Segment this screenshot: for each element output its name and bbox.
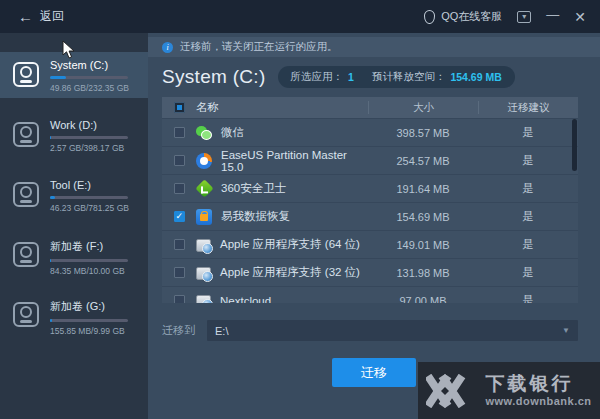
sidebar-drive-item[interactable]: System (C:) 49.86 GB/232.35 GB	[0, 52, 148, 98]
page-title: System (C:)	[162, 66, 266, 88]
selected-apps-label: 所选应用：	[291, 70, 344, 84]
drive-sidebar: System (C:) 49.86 GB/232.35 GB Work (D:)…	[0, 33, 148, 419]
app-icon	[196, 153, 212, 169]
drive-icon	[13, 62, 39, 87]
row-checkbox[interactable]	[174, 211, 185, 222]
drive-usage-bar	[50, 136, 128, 139]
drive-icon	[13, 242, 39, 267]
qq-penguin-icon	[424, 10, 435, 24]
app-window: ← 返回 QQ在线客服 ▾ — ✕ System (C:) 49.86 GB/2…	[0, 0, 600, 419]
qq-support-label: QQ在线客服	[441, 9, 502, 24]
app-icon	[196, 267, 211, 280]
migration-suggestion: 是	[478, 265, 578, 280]
notice-text: 迁移前，请关闭正在运行的应用。	[180, 40, 338, 54]
free-space-label: 预计释放空间：	[372, 70, 446, 84]
target-drive-value: E:\	[215, 325, 228, 337]
app-name: Apple 应用程序支持 (32 位)	[220, 265, 360, 280]
notice-bar: i 迁移前，请关闭正在运行的应用。	[148, 37, 600, 57]
back-label: 返回	[40, 8, 64, 25]
migration-suggestion: 是	[478, 237, 578, 252]
drive-usage-text: 155.85 MB/9.99 GB	[50, 326, 140, 336]
table-row[interactable]: EaseUS Partition Master 15.0 254.57 MB 是	[162, 146, 578, 174]
sidebar-drive-item[interactable]: Work (D:) 2.57 GB/398.17 GB	[0, 112, 148, 158]
sidebar-drive-item[interactable]: 新加卷 (F:) 84.35 MB/10.00 GB	[0, 232, 148, 278]
watermark: 下载银行 www.downbank.cn	[418, 362, 600, 419]
downbank-logo-icon	[426, 374, 476, 408]
app-name: Apple 应用程序支持 (64 位)	[220, 237, 360, 252]
app-icon	[196, 209, 212, 225]
drive-usage-text: 49.86 GB/232.35 GB	[50, 83, 140, 93]
free-space-value: 154.69 MB	[450, 71, 501, 83]
drive-name: Work (D:)	[50, 119, 140, 131]
selection-summary-badge: 所选应用： 1 预计释放空间： 154.69 MB	[278, 66, 515, 88]
row-checkbox[interactable]	[174, 267, 185, 278]
select-all-checkbox[interactable]	[174, 102, 185, 113]
app-size: 254.57 MB	[368, 155, 478, 167]
drive-usage-text: 46.23 GB/781.25 GB	[50, 203, 140, 213]
apps-table: 名称 大小 迁移建议 微信 398.57 MB 是	[162, 97, 578, 303]
title-bar: ← 返回 QQ在线客服 ▾ — ✕	[0, 0, 600, 33]
qq-support-button[interactable]: QQ在线客服	[424, 9, 502, 24]
column-header-suggestion[interactable]: 迁移建议	[478, 101, 578, 114]
drive-icon	[13, 182, 39, 207]
back-button[interactable]: ← 返回	[18, 8, 64, 25]
column-header-name[interactable]: 名称	[196, 100, 368, 115]
app-size: 97.00 MB	[368, 295, 478, 304]
row-checkbox[interactable]	[174, 127, 185, 138]
migration-suggestion: 是	[478, 293, 578, 303]
table-row[interactable]: Apple 应用程序支持 (64 位) 149.01 MB 是	[162, 230, 578, 258]
table-row[interactable]: 360安全卫士 191.64 MB 是	[162, 174, 578, 202]
app-size: 131.98 MB	[368, 267, 478, 279]
drive-name: 新加卷 (G:)	[50, 299, 140, 314]
app-size: 149.01 MB	[368, 239, 478, 251]
drive-name: Tool (E:)	[50, 179, 140, 191]
table-scrollbar[interactable]	[572, 118, 577, 303]
titlebar-controls: QQ在线客服 ▾ — ✕	[424, 8, 586, 25]
table-row[interactable]: Nextcloud 97.00 MB 是	[162, 286, 578, 303]
app-icon	[195, 179, 213, 197]
scrollbar-thumb[interactable]	[572, 119, 577, 171]
migrate-to-label: 迁移到	[162, 323, 195, 338]
target-drive-select[interactable]: E:\ ▼	[207, 320, 578, 341]
drive-name: System (C:)	[50, 59, 140, 71]
app-name: 微信	[221, 125, 244, 140]
migrate-button[interactable]: 迁移	[332, 358, 416, 387]
dropdown-caret-icon[interactable]: ▾	[517, 11, 531, 23]
app-name: 易我数据恢复	[221, 209, 290, 224]
table-row[interactable]: Apple 应用程序支持 (32 位) 131.98 MB 是	[162, 258, 578, 286]
migration-suggestion: 是	[478, 209, 578, 224]
app-size: 154.69 MB	[368, 211, 478, 223]
selected-apps-count: 1	[348, 71, 354, 83]
drive-icon	[13, 122, 39, 147]
close-button[interactable]: ✕	[574, 10, 586, 24]
drive-usage-text: 2.57 GB/398.17 GB	[50, 143, 140, 153]
row-checkbox[interactable]	[174, 183, 185, 194]
table-header: 名称 大小 迁移建议	[162, 97, 578, 118]
app-size: 398.57 MB	[368, 127, 478, 139]
drive-usage-bar	[50, 76, 128, 79]
migration-suggestion: 是	[478, 181, 578, 196]
minimize-button[interactable]: —	[546, 8, 559, 25]
app-name: Nextcloud	[220, 295, 271, 304]
row-checkbox[interactable]	[174, 239, 185, 250]
drive-usage-text: 84.35 MB/10.00 GB	[50, 266, 140, 276]
table-body: 微信 398.57 MB 是 EaseUS Partition Master 1…	[162, 118, 578, 303]
sidebar-drive-item[interactable]: Tool (E:) 46.23 GB/781.25 GB	[0, 172, 148, 218]
watermark-url: www.downbank.cn	[485, 395, 591, 407]
row-checkbox[interactable]	[174, 295, 185, 303]
column-header-size[interactable]: 大小	[368, 101, 478, 114]
drive-usage-bar	[50, 196, 128, 199]
table-row[interactable]: 微信 398.57 MB 是	[162, 118, 578, 146]
app-name: EaseUS Partition Master 15.0	[221, 149, 368, 173]
watermark-title: 下载银行	[485, 374, 591, 395]
migration-suggestion: 是	[478, 153, 578, 168]
app-size: 191.64 MB	[368, 183, 478, 195]
drive-icon	[13, 302, 39, 327]
app-icon	[196, 125, 212, 141]
row-checkbox[interactable]	[174, 155, 185, 166]
sidebar-drive-item[interactable]: 新加卷 (G:) 155.85 MB/9.99 GB	[0, 292, 148, 338]
drive-usage-bar	[50, 259, 128, 262]
app-icon	[196, 239, 211, 252]
select-caret-icon: ▼	[562, 326, 570, 335]
table-row[interactable]: 易我数据恢复 154.69 MB 是	[162, 202, 578, 230]
